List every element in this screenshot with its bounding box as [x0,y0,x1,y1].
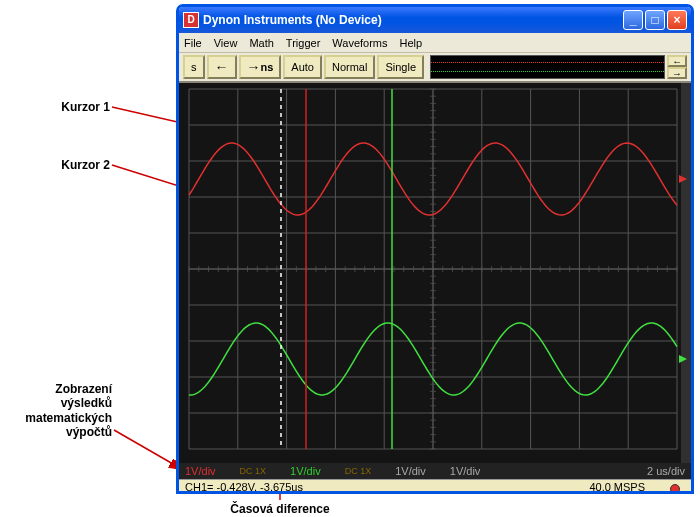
titlebar[interactable]: D Dynon Instruments (No Device) _ □ × [179,7,691,33]
menu-file[interactable]: File [184,37,202,49]
scope-display[interactable] [179,83,691,463]
status-measurements: CH1= -0.428V, -3.675us CH2= -0.942V [185,481,589,494]
menu-waveforms[interactable]: Waveforms [332,37,387,49]
waveform-thumbnail[interactable] [430,55,665,79]
status-bar: CH1= -0.428V, -3.675us CH2= -0.942V 40.0… [179,479,691,494]
toolbar: s ← →ns Auto Normal Single ← → [179,53,691,83]
svg-line-2 [114,430,180,468]
mode-normal-button[interactable]: Normal [324,55,375,79]
ch2-coupling: DC 1X [345,466,372,476]
thumb-right-button[interactable]: → [667,67,687,79]
ch1-scale: 1V/div [185,465,216,477]
svg-rect-5 [681,83,691,463]
window-title: Dynon Instruments (No Device) [203,13,621,27]
menubar: File View Math Trigger Waveforms Help [179,33,691,53]
thumb-left-button[interactable]: ← [667,55,687,67]
mode-auto-button[interactable]: Auto [283,55,322,79]
maximize-button[interactable]: □ [645,10,665,30]
status-leds [665,484,685,495]
app-icon: D [183,12,199,28]
mode-single-button[interactable]: Single [377,55,424,79]
channel-info-bar: 1V/div DC 1X 1V/div DC 1X 1V/div 1V/div … [179,463,691,479]
app-window: D Dynon Instruments (No Device) _ □ × Fi… [176,4,694,494]
ch1-coupling: DC 1X [240,466,267,476]
timebase-s-button[interactable]: s [183,55,205,79]
menu-help[interactable]: Help [400,37,423,49]
menu-math[interactable]: Math [249,37,273,49]
status-msps: 40.0 MSPS [589,481,659,494]
ch2-scale: 1V/div [290,465,321,477]
grey-scale-2: 1V/div [450,465,481,477]
led-red-icon [670,484,680,494]
menu-view[interactable]: View [214,37,238,49]
status-ch1: CH1= -0.428V, -3.675us [185,481,589,494]
timebase-right-ns-button[interactable]: →ns [239,55,282,79]
status-acquisition: 40.0 MSPS Trigger = 0.5V [589,481,659,494]
scope-svg [179,83,691,463]
time-scale: 2 us/div [647,465,685,477]
timebase-left-button[interactable]: ← [207,55,237,79]
menu-trigger[interactable]: Trigger [286,37,320,49]
minimize-button[interactable]: _ [623,10,643,30]
grey-scale-1: 1V/div [395,465,426,477]
close-button[interactable]: × [667,10,687,30]
